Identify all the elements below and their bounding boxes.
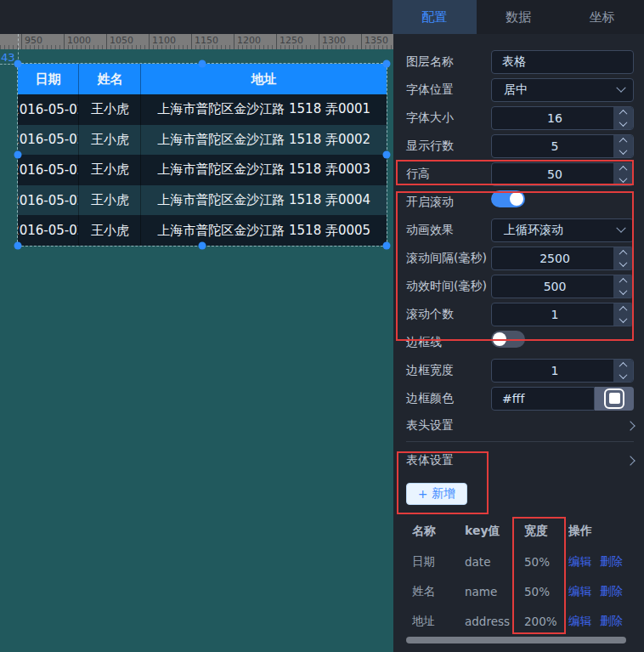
delete-link[interactable]: 删除 xyxy=(600,614,623,629)
stepper-up[interactable] xyxy=(613,303,633,315)
delete-link[interactable]: 删除 xyxy=(600,554,623,570)
border-color-control: #fff xyxy=(491,387,634,411)
field-label: 动效时间(毫秒) xyxy=(406,279,491,294)
ruler-tick: 1050 xyxy=(106,34,133,49)
col-header-width: 宽度 xyxy=(524,524,568,539)
widget-table-row: 2016-05-02 王小虎 上海市普陀区金沙江路 1518 弄0003 xyxy=(18,155,387,185)
stepper-down[interactable] xyxy=(613,174,633,185)
resize-handle-ne[interactable] xyxy=(383,60,391,68)
stepper-up[interactable] xyxy=(613,107,633,118)
col-header-name: 名称 xyxy=(412,524,465,539)
design-canvas[interactable]: 950 1000 1050 1100 1150 1200 1250 1300 1… xyxy=(0,34,393,652)
edit-link[interactable]: 编辑 xyxy=(568,614,591,629)
chevron-up-icon xyxy=(619,305,628,314)
border-line-toggle[interactable] xyxy=(491,331,525,348)
border-width-stepper[interactable] xyxy=(613,360,633,382)
resize-handle-se[interactable] xyxy=(383,242,391,250)
stepper-down[interactable] xyxy=(613,371,633,382)
border-width-value: 1 xyxy=(551,364,559,377)
resize-handle-nw[interactable] xyxy=(14,60,22,68)
field-font-size: 字体大小 16 xyxy=(406,104,634,132)
table-widget[interactable]: 日期 姓名 地址 2016-05-02 王小虎 上海市普陀区金沙江路 1518 … xyxy=(18,64,387,246)
column-name: 日期 xyxy=(412,554,465,570)
stepper-down[interactable] xyxy=(613,286,633,298)
ruler-origin-label: 43 xyxy=(1,51,15,64)
section-header-settings[interactable]: 表头设置 xyxy=(406,412,634,439)
config-tab-bar: 配置 数据 坐标 xyxy=(393,0,644,34)
resize-handle-e[interactable] xyxy=(383,151,391,159)
row-count-input[interactable]: 5 xyxy=(491,134,634,158)
stepper-up[interactable] xyxy=(613,135,633,146)
animation-time-stepper[interactable] xyxy=(613,275,633,298)
animation-time-input[interactable]: 500 xyxy=(491,275,634,298)
animation-effect-select[interactable]: 上循环滚动 xyxy=(491,218,634,242)
chevron-up-icon xyxy=(619,165,628,173)
field-border-line: 边框线 xyxy=(406,328,634,356)
resize-handle-s[interactable] xyxy=(199,242,206,250)
column-key: name xyxy=(465,585,524,598)
edit-link[interactable]: 编辑 xyxy=(568,584,591,599)
layer-name-value: 表格 xyxy=(502,54,526,70)
field-scroll-interval: 滚动间隔(毫秒) 2500 xyxy=(406,244,634,272)
horizontal-scrollbar[interactable] xyxy=(406,637,626,643)
widget-table-row: 2016-05-02 王小虎 上海市普陀区金沙江路 1518 弄0004 xyxy=(18,185,387,216)
widget-col-header: 地址 xyxy=(141,64,387,94)
font-size-input[interactable]: 16 xyxy=(491,106,634,130)
field-row-height: 行高 50 xyxy=(406,160,634,188)
chevron-right-icon xyxy=(625,421,635,430)
font-size-stepper[interactable] xyxy=(613,107,633,129)
section-body-settings[interactable]: 表体设置 xyxy=(406,444,634,478)
chevron-up-icon xyxy=(619,109,628,117)
ruler-tick: 1150 xyxy=(191,34,218,49)
field-border-width: 边框宽度 1 xyxy=(406,356,634,384)
section-divider xyxy=(406,441,634,442)
font-position-select[interactable]: 居中 xyxy=(491,78,634,102)
stepper-down[interactable] xyxy=(613,118,633,129)
stepper-up[interactable] xyxy=(613,247,633,258)
scroll-count-input[interactable]: 1 xyxy=(491,303,634,326)
column-key: address xyxy=(465,615,524,628)
tab-config[interactable]: 配置 xyxy=(393,0,477,34)
stepper-down[interactable] xyxy=(613,258,633,269)
ruler-tick: 950 xyxy=(21,34,42,49)
border-color-input[interactable]: #fff xyxy=(491,387,595,411)
scroll-interval-stepper[interactable] xyxy=(613,247,633,269)
layer-name-input[interactable]: 表格 xyxy=(491,50,634,74)
chevron-down-icon xyxy=(619,118,628,127)
chevron-down-icon xyxy=(619,174,628,183)
color-picker-button[interactable] xyxy=(595,387,634,411)
add-column-button[interactable]: + 新增 xyxy=(406,483,467,505)
chevron-up-icon xyxy=(619,361,628,370)
columns-table-header: 名称 key值 宽度 操作 xyxy=(406,519,634,544)
stepper-down[interactable] xyxy=(613,146,633,157)
row-height-stepper[interactable] xyxy=(613,163,633,185)
stepper-up[interactable] xyxy=(613,275,633,286)
scroll-count-stepper[interactable] xyxy=(613,303,633,326)
resize-handle-w[interactable] xyxy=(14,151,22,159)
tab-data[interactable]: 数据 xyxy=(477,0,561,34)
resize-handle-sw[interactable] xyxy=(14,242,22,250)
field-label: 动画效果 xyxy=(406,223,491,238)
scroll-interval-input[interactable]: 2500 xyxy=(491,247,634,270)
resize-handle-n[interactable] xyxy=(199,60,206,68)
chevron-up-icon xyxy=(619,137,628,145)
stepper-up[interactable] xyxy=(613,360,633,371)
border-width-input[interactable]: 1 xyxy=(491,359,634,383)
chevron-right-icon xyxy=(625,456,635,465)
field-label: 边框线 xyxy=(406,335,491,350)
col-header-action: 操作 xyxy=(568,524,592,539)
enable-scroll-toggle[interactable] xyxy=(491,190,525,207)
cell-date: 2016-05-02 xyxy=(18,215,79,246)
field-label: 字体大小 xyxy=(406,111,491,126)
stepper-up[interactable] xyxy=(613,163,633,174)
row-count-stepper[interactable] xyxy=(613,135,633,157)
delete-link[interactable]: 删除 xyxy=(600,584,623,599)
stepper-down[interactable] xyxy=(613,315,633,326)
edit-link[interactable]: 编辑 xyxy=(568,554,591,570)
row-height-input[interactable]: 50 xyxy=(491,162,634,186)
tab-coords[interactable]: 坐标 xyxy=(560,0,644,34)
chevron-down-icon xyxy=(619,286,628,295)
config-panel: 图层名称 表格 字体位置 居中 字体大小 16 显示行数 5 行高 50 xyxy=(393,34,644,652)
select-value: 上循环滚动 xyxy=(504,223,563,238)
column-name: 姓名 xyxy=(412,584,465,599)
